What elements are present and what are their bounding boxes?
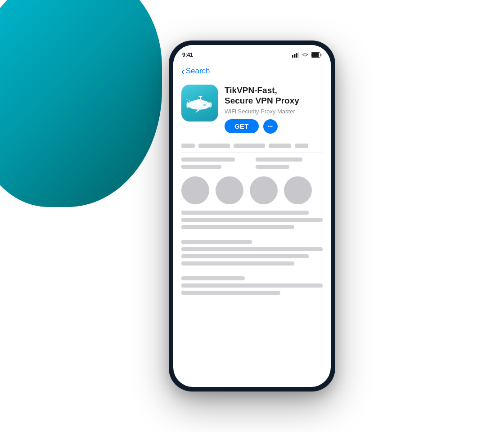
rating-row [181,144,323,148]
status-bar: 9:41 [173,45,331,65]
spacer [181,234,323,240]
svg-rect-5 [312,53,319,57]
svg-rect-2 [296,53,297,58]
svg-rect-1 [294,54,296,58]
screenshot-thumb [216,176,243,204]
status-time: 9:41 [182,52,193,58]
svg-point-14 [203,103,206,106]
skeleton-line [181,218,323,222]
phone-screen: 9:41 [173,45,331,387]
svg-rect-6 [320,54,322,56]
divider [181,153,323,153]
chevron-left-icon: ‹ [181,67,184,76]
signal-icon [292,52,299,58]
battery-icon [311,52,322,58]
app-info: TikVPN-Fast, Secure VPN Proxy WiFi Secur… [225,85,323,134]
app-title: TikVPN-Fast, Secure VPN Proxy [225,86,323,106]
skeleton-block [198,144,230,148]
nav-bar: ‹ Search [173,65,331,80]
skeleton-line [181,254,309,258]
skeleton-line [181,247,323,251]
skeleton-line [181,165,221,169]
screenshot-thumb [250,176,278,204]
svg-rect-3 [298,52,300,58]
svg-marker-13 [195,110,201,113]
col-left [181,158,248,169]
svg-point-11 [209,102,212,108]
skeleton-line [181,284,323,288]
svg-point-15 [189,100,190,102]
phone-mockup: 9:41 [169,40,335,392]
skeleton-block [234,144,265,148]
back-button[interactable]: ‹ Search [181,67,323,76]
app-actions: GET ••• [225,119,323,134]
skeleton-line [181,261,294,266]
skeleton-block [269,144,291,148]
svg-point-17 [190,98,191,99]
screenshot-thumb [284,176,312,204]
col-right [256,158,323,169]
submarine-illustration [184,91,216,115]
description-section-2 [181,240,323,266]
app-header: TikVPN-Fast, Secure VPN Proxy WiFi Secur… [173,80,331,140]
skeleton-line [181,276,245,280]
get-button[interactable]: GET [225,119,259,133]
svg-point-16 [186,99,188,100]
content-area [173,140,331,387]
ellipsis-icon: ••• [268,124,273,129]
screenshots-row [181,176,323,204]
description-section [181,211,323,229]
svg-rect-10 [198,96,202,97]
skeleton-line [181,225,294,229]
back-label: Search [186,67,210,76]
skeleton-line [181,291,280,295]
description-section-3 [181,276,323,295]
two-col-section [181,158,323,169]
svg-rect-0 [292,55,293,58]
svg-rect-8 [197,99,202,105]
skeleton-line [181,211,309,215]
app-icon [181,85,218,122]
skeleton-line [181,158,235,162]
spacer [181,270,323,276]
app-subtitle: WiFi Security Proxy Master [225,108,323,115]
phone-shell: 9:41 [169,40,335,392]
background-blob [0,0,162,207]
screenshot-thumb [181,176,209,204]
status-icons [292,52,322,58]
skeleton-block [295,144,308,148]
skeleton-line [256,165,289,169]
more-options-button[interactable]: ••• [263,119,278,134]
svg-point-12 [186,102,189,108]
wifi-icon [302,52,309,58]
skeleton-line [181,240,252,244]
skeleton-line [256,158,302,162]
skeleton-block [181,144,195,148]
